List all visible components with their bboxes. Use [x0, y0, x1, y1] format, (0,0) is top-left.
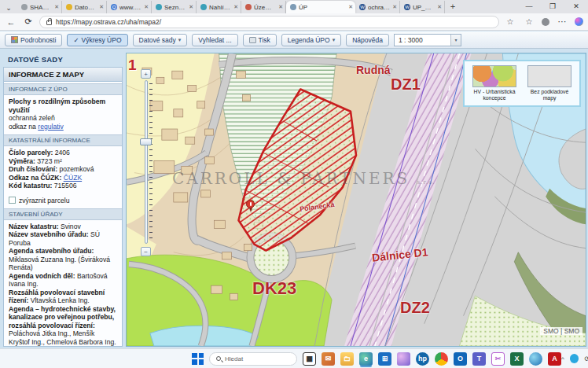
tab-nahlizeni[interactable]: Q www.nahlizen ✕ [107, 1, 152, 13]
tisk-button[interactable]: Tisk [243, 34, 277, 46]
edge-icon[interactable]: e [359, 352, 373, 366]
tab-close-icon[interactable]: ✕ [278, 4, 283, 10]
datove-sady-dropdown[interactable]: Datové sady ▾ [133, 34, 188, 46]
lock-icon [46, 20, 52, 25]
tab-close-icon[interactable]: ✕ [348, 4, 353, 10]
stavebni-row: Agenda – hydrotechnické stavby, kanaliza… [9, 305, 117, 347]
favorite-star-icon[interactable]: ☆ [504, 17, 516, 26]
snipping-tool-icon[interactable]: ✂ [491, 352, 505, 366]
tab-close-icon[interactable]: ✕ [233, 4, 238, 10]
back-icon[interactable]: ← [5, 17, 17, 27]
tab-nahlizeni-do[interactable]: Nahlížení do ✕ [197, 1, 241, 13]
highlight-parcel-checkbox[interactable] [9, 197, 16, 204]
favorites-list-icon[interactable]: ☆ [523, 17, 535, 26]
outlook-icon[interactable]: O [454, 352, 467, 366]
vykresy-upo-button[interactable]: ✓ Výkresy ÚPO [67, 34, 127, 46]
map-marker-pin[interactable] [246, 200, 255, 212]
chevron-down-icon[interactable]: ▾ [450, 35, 461, 46]
zoom-slider-handle[interactable] [140, 138, 152, 145]
tisk-label: Tisk [259, 36, 270, 44]
basemap-thumbnail-blank[interactable] [527, 65, 571, 87]
tab-label: Nahlížení do [209, 4, 231, 11]
basemap-caption: HV - Urbanistická koncepce [471, 89, 518, 101]
zoom-slider-ticks [149, 83, 153, 241]
zoom-slider[interactable]: + − [139, 69, 153, 256]
tab-favicon-search-icon: Q [111, 4, 117, 10]
copilot-icon[interactable] [575, 17, 583, 26]
legenda-upo-dropdown[interactable]: Legenda ÚPO ▾ [281, 34, 341, 46]
tab-favicon-globe-icon [290, 4, 296, 10]
maximize-button[interactable]: ❐ [541, 0, 564, 13]
tab-close-icon[interactable]: ✕ [189, 4, 193, 10]
map-label-dz2: DZ2 [400, 299, 430, 317]
tab-datove-schranky[interactable]: Datové schrá ✕ [62, 1, 107, 13]
basemap-option-hv[interactable]: HV - Urbanistická koncepce [471, 65, 518, 101]
profile-avatar[interactable] [542, 18, 549, 26]
tab-label: SHARED LIST [30, 4, 52, 11]
close-button[interactable]: ✕ [564, 0, 588, 13]
hp-icon[interactable]: hp [416, 352, 429, 366]
map-viewport[interactable]: 1 + − Rudná DZ1 Polanecká Dálnice D1 DK2… [126, 53, 586, 347]
tab-favicon-wordpress-icon: W [359, 4, 366, 10]
tab-uzemni-plan[interactable]: Územní plán ✕ [241, 1, 286, 13]
tray-app-icon[interactable] [570, 354, 579, 363]
basemap-switcher: HV - Urbanistická koncepce Bez podkladov… [463, 60, 581, 107]
url-text[interactable]: https://mapy.ostrava.cz/uha/mapa2/ [56, 18, 161, 26]
napoveda-label: Nápověda [352, 36, 383, 44]
tab-close-icon[interactable]: ✕ [437, 4, 442, 10]
acrobat-icon[interactable]: A [548, 352, 561, 366]
start-button[interactable] [192, 353, 204, 365]
copilot-icon[interactable] [397, 352, 410, 366]
podrobnosti-button[interactable]: Podrobnosti [5, 34, 62, 46]
taskbar-center: Hledat ▦ ✉ 🗀 e ⊞ hp O T ✂ X A [192, 352, 561, 366]
new-tab-button[interactable]: + [445, 1, 461, 13]
minimize-button[interactable]: — [517, 0, 541, 13]
chrome-icon[interactable] [435, 352, 448, 366]
napoveda-button[interactable]: Nápověda [346, 34, 389, 46]
tab-shared-list[interactable]: SHARED LIST ✕ [17, 1, 62, 13]
tab-label: ÚP [299, 4, 346, 11]
section-informace-z-upo: INFORMACE Z ÚPO [4, 83, 122, 95]
basemap-option-blank[interactable]: Bez podkladové mapy [526, 65, 573, 101]
zoom-out-button[interactable]: − [141, 247, 151, 256]
store-icon[interactable]: ⊞ [378, 352, 391, 366]
search-placeholder: Hledat [225, 355, 243, 362]
tab-ochranna-zelen[interactable]: W ochranna_zel ✕ [355, 1, 400, 13]
tab-up-urbanism[interactable]: W UP_Urbanism ✕ [400, 1, 445, 13]
scale-select[interactable]: 1 : 3000 ▾ [394, 34, 461, 46]
teams-icon[interactable]: T [472, 352, 486, 366]
taskbar-search[interactable]: Hledat [209, 352, 297, 366]
regulativ-link[interactable]: regulativ [38, 123, 63, 131]
tab-close-icon[interactable]: ✕ [99, 4, 104, 10]
zoom-slider-track[interactable] [145, 80, 148, 244]
address-bar[interactable]: https://mapy.ostrava.cz/uha/mapa2/ [39, 16, 499, 28]
map-attribution: SMO | SMO [540, 327, 582, 335]
tab-search-chevron-icon[interactable]: ⌄ [0, 2, 17, 13]
watermark: CARROLL & PARTNERS s.r.o. [172, 169, 447, 188]
task-view-icon[interactable]: ▦ [303, 352, 316, 366]
katastr-row: Odkaz na ČÚZK: ČÚZK [9, 174, 117, 182]
tab-favicon-wordpress-icon: W [404, 4, 410, 10]
basemap-thumbnail-hv[interactable] [472, 65, 516, 87]
refresh-icon[interactable]: ⟳ [22, 17, 35, 27]
excel-icon[interactable]: X [510, 352, 524, 366]
cuzk-link[interactable]: ČÚZK [64, 174, 82, 182]
system-tray: ^ ⟳ CESCS 11:40 AM 2/5/2026 [561, 348, 588, 368]
phone-link-icon[interactable]: ⟳ [584, 355, 588, 362]
panel-header: INFORMACE Z MAPY [4, 68, 122, 82]
hidden-icons-chevron[interactable]: ^ [561, 355, 564, 362]
tab-close-icon[interactable]: ✕ [392, 4, 397, 10]
menu-dots-icon[interactable]: ⋯ [556, 17, 568, 27]
tab-seznam-nemovitosti[interactable]: Seznam nem ✕ [152, 1, 197, 13]
katastr-row: Číslo parcely: 2406 [9, 149, 117, 157]
mail-icon[interactable]: ✉ [322, 352, 335, 366]
edge-beta-icon[interactable] [529, 352, 542, 366]
zoom-in-button[interactable]: + [141, 69, 151, 79]
stavebni-row: Agenda stavebního úřadu: Miklasová Zuzan… [9, 247, 117, 272]
tab-close-icon[interactable]: ✕ [54, 4, 59, 10]
tab-up-active[interactable]: ÚP ✕ [286, 1, 355, 13]
vyhledat-button[interactable]: Vyhledat ... [192, 34, 237, 46]
chevron-down-icon: ▾ [178, 37, 182, 43]
tab-close-icon[interactable]: ✕ [144, 4, 149, 10]
file-explorer-icon[interactable]: 🗀 [340, 352, 354, 366]
